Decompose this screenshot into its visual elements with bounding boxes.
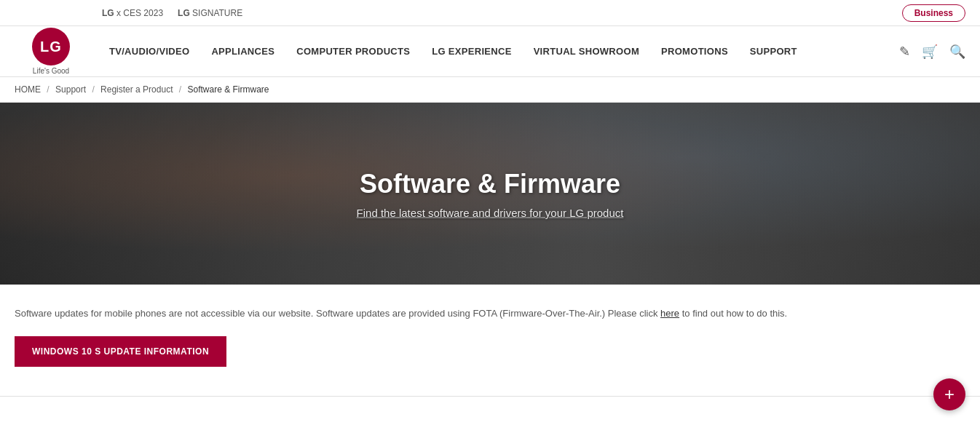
breadcrumb-current: Software & Firmware [188, 84, 269, 95]
notice-after-link: to find out how to do this. [679, 308, 787, 319]
hero-content: Software & Firmware Find the latest soft… [357, 169, 624, 219]
breadcrumb-home[interactable]: HOME [15, 84, 41, 95]
bottom-divider [0, 396, 980, 397]
windows-update-button[interactable]: WINDOWS 10 S UPDATE INFORMATION [15, 336, 226, 367]
fota-link[interactable]: here [660, 308, 679, 319]
ces-label: x CES 2023 [116, 8, 163, 18]
nav-tv-audio[interactable]: TV/AUDIO/VIDEO [109, 46, 189, 57]
nav-computer-products[interactable]: COMPUTER PRODUCTS [296, 46, 410, 57]
breadcrumb-register[interactable]: Register a Product [100, 84, 173, 95]
top-bar: LG x CES 2023 LG SIGNATURE Business [0, 0, 980, 26]
hero-title: Software & Firmware [357, 169, 624, 199]
breadcrumb-sep1: / [47, 84, 49, 95]
logo-text: LG [40, 39, 62, 55]
search-icon[interactable]: 🔍 [949, 44, 965, 60]
breadcrumb-sep2: / [92, 84, 94, 95]
notice-text: Software updates for mobile phones are n… [15, 306, 965, 322]
breadcrumb-sep3: / [179, 84, 181, 95]
ces-link[interactable]: LG x CES 2023 [102, 8, 163, 18]
logo-tagline: Life's Good [33, 67, 69, 75]
logo-circle: LG [32, 28, 70, 65]
notice-before-link: Software updates for mobile phones are n… [15, 308, 660, 319]
nav-support[interactable]: SUPPORT [750, 46, 797, 57]
user-icon[interactable]: ✎ [899, 44, 910, 60]
breadcrumb: HOME / Support / Register a Product / So… [0, 77, 980, 103]
hero-subtitle: Find the latest software and drivers for… [357, 207, 624, 219]
cart-icon[interactable]: 🛒 [922, 44, 938, 60]
nav-appliances[interactable]: APPLIANCES [211, 46, 274, 57]
signature-label: SIGNATURE [192, 8, 242, 18]
main-nav: TV/AUDIO/VIDEO APPLIANCES COMPUTER PRODU… [109, 46, 899, 57]
top-bar-links: LG x CES 2023 LG SIGNATURE [102, 8, 242, 18]
nav-lg-experience[interactable]: LG EXPERIENCE [432, 46, 511, 57]
logo-area[interactable]: LG Life's Good [15, 28, 87, 75]
business-button[interactable]: Business [902, 4, 965, 22]
nav-virtual-showroom[interactable]: VIRTUAL SHOWROOM [534, 46, 639, 57]
header: LG Life's Good TV/AUDIO/VIDEO APPLIANCES… [0, 26, 980, 77]
top-bar-right: Business [902, 4, 965, 22]
breadcrumb-support[interactable]: Support [55, 84, 86, 95]
nav-icons: ✎ 🛒 🔍 [899, 44, 965, 60]
signature-link[interactable]: LG SIGNATURE [178, 8, 242, 18]
content-area: Software updates for mobile phones are n… [0, 285, 980, 389]
hero-section: Software & Firmware Find the latest soft… [0, 103, 980, 285]
nav-promotions[interactable]: PROMOTIONS [661, 46, 728, 57]
